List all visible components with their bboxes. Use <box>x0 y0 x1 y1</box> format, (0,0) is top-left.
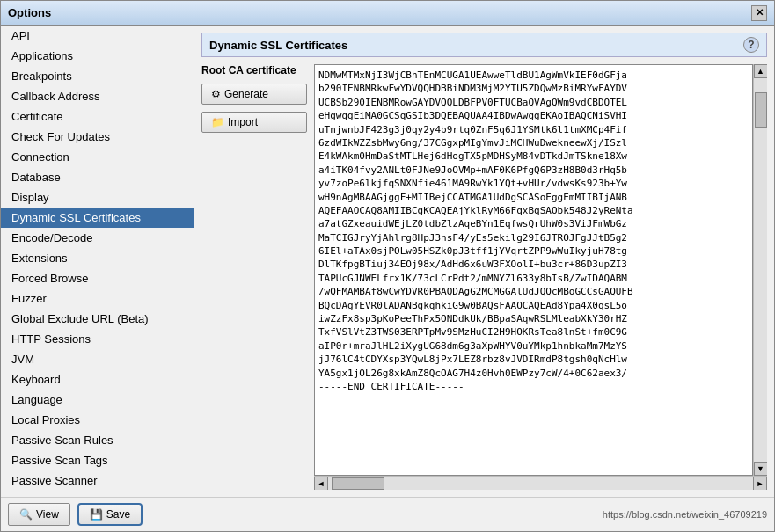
sidebar-item[interactable]: Extensions <box>1 248 194 268</box>
sidebar-item[interactable]: Passive Scanner <box>1 470 194 491</box>
sidebar-item[interactable]: Dynamic SSL Certificates <box>1 208 194 228</box>
cert-left-panel: Root CA certificate ⚙ Generate 📁 Import <box>201 64 307 490</box>
sidebar-item[interactable]: Encode/Decode <box>1 228 194 248</box>
sidebar-item[interactable]: Database <box>1 167 194 187</box>
options-dialog: Options ✕ APIApplicationsBreakpointsCall… <box>0 0 775 532</box>
title-bar: Options ✕ <box>1 1 774 26</box>
sidebar-item[interactable]: Display <box>1 187 194 208</box>
scroll-thumb[interactable] <box>755 92 767 128</box>
sidebar-item[interactable]: Check For Updates <box>1 127 194 147</box>
view-button[interactable]: 🔍 View <box>8 503 70 526</box>
sidebar-item[interactable]: JVM <box>1 349 194 369</box>
sidebar-item[interactable]: Applications <box>1 46 194 66</box>
sidebar-item[interactable]: Certificate <box>1 106 194 127</box>
cert-text-content: NDMwMTMxNjI3WjCBhTEnMCUGA1UEAwweTldBU1Ag… <box>315 65 752 475</box>
sidebar-item[interactable]: HTTP Sessions <box>1 329 194 349</box>
root-ca-label: Root CA certificate <box>201 64 296 77</box>
sidebar-item[interactable]: Global Exclude URL (Beta) <box>1 309 194 329</box>
sidebar-item[interactable]: API <box>1 26 194 46</box>
import-button[interactable]: 📁 Import <box>201 112 307 133</box>
footer: 🔍 View 💾 Save https://blog.csdn.net/weix… <box>1 497 774 531</box>
sidebar-item[interactable]: Fuzzer <box>1 288 194 309</box>
save-icon: 💾 <box>90 508 103 521</box>
sidebar-item[interactable]: Passive Scan Rules <box>1 430 194 450</box>
save-label: Save <box>106 508 130 521</box>
sidebar-item[interactable]: Passive Scan Tags <box>1 450 194 470</box>
vertical-scrollbar[interactable]: ▲ ▼ <box>753 64 767 476</box>
horizontal-scrollbar[interactable]: ◄ ► <box>314 476 767 490</box>
cert-text-outer: NDMwMTMxNjI3WjCBhTEnMCUGA1UEAwweTldBU1Ag… <box>314 64 767 490</box>
sidebar-item[interactable]: Quick Start Launch <box>1 491 194 497</box>
cert-area: Root CA certificate ⚙ Generate 📁 Import … <box>201 64 767 490</box>
cert-text-wrapper: NDMwMTMxNjI3WjCBhTEnMCUGA1UEAwweTldBU1Ag… <box>314 64 767 476</box>
footer-buttons: 🔍 View 💾 Save <box>8 503 143 526</box>
sidebar-item[interactable]: Breakpoints <box>1 66 194 86</box>
content-area: APIApplicationsBreakpointsCallback Addre… <box>1 26 774 497</box>
dialog-title: Options <box>8 6 51 19</box>
save-button[interactable]: 💾 Save <box>77 503 143 526</box>
sidebar: APIApplicationsBreakpointsCallback Addre… <box>1 26 194 497</box>
generate-label: Generate <box>224 88 268 100</box>
scroll-right-arrow[interactable]: ► <box>753 477 767 491</box>
sidebar-item[interactable]: Callback Address <box>1 86 194 106</box>
sidebar-item[interactable]: Language <box>1 390 194 410</box>
sidebar-item[interactable]: Keyboard <box>1 369 194 390</box>
main-panel: Dynamic SSL Certificates ? Root CA certi… <box>194 26 774 497</box>
generate-icon: ⚙ <box>211 88 221 100</box>
scroll-up-arrow[interactable]: ▲ <box>754 64 768 78</box>
panel-title: Dynamic SSL Certificates <box>209 39 347 52</box>
cert-text-area: NDMwMTMxNjI3WjCBhTEnMCUGA1UEAwweTldBU1Ag… <box>314 64 753 476</box>
scroll-down-arrow[interactable]: ▼ <box>754 462 768 476</box>
import-icon: 📁 <box>211 116 224 128</box>
view-icon: 🔍 <box>19 508 33 521</box>
scroll-h-thumb[interactable] <box>332 477 384 490</box>
generate-button[interactable]: ⚙ Generate <box>201 84 307 105</box>
sidebar-item[interactable]: Local Proxies <box>1 410 194 430</box>
sidebar-item[interactable]: Connection <box>1 147 194 167</box>
close-button[interactable]: ✕ <box>751 5 767 21</box>
view-label: View <box>36 508 59 521</box>
footer-url: https://blog.csdn.net/weixin_46709219 <box>603 509 767 520</box>
scroll-left-arrow[interactable]: ◄ <box>314 477 328 491</box>
import-label: Import <box>228 116 258 128</box>
sidebar-item[interactable]: Forced Browse <box>1 268 194 288</box>
help-icon[interactable]: ? <box>743 37 759 53</box>
panel-title-bar: Dynamic SSL Certificates ? <box>201 33 767 57</box>
